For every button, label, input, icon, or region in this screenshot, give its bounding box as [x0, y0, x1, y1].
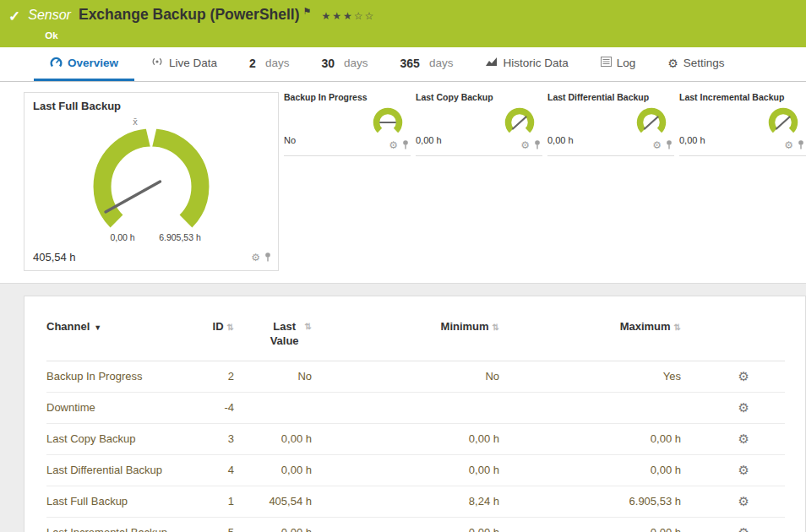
table-row: Last Full Backup 1 405,54 h 8,24 h 6.905…	[46, 486, 785, 517]
tab-historic-data-label: Historic Data	[503, 57, 568, 69]
main-gauge-tile: Last Full Backup x̄ 0,00 h 6.905,53 h 40…	[24, 92, 279, 271]
column-header-id[interactable]: ID⇅	[190, 310, 234, 361]
channel-last-value: No	[234, 361, 312, 392]
sort-desc-icon[interactable]: ▼	[94, 323, 101, 332]
gear-icon[interactable]: ⚙	[251, 252, 260, 263]
column-header-minimum[interactable]: Minimum⇅	[312, 310, 499, 361]
settings-gear-icon: ⚙	[667, 57, 678, 70]
pin-icon[interactable]	[264, 250, 271, 265]
tab-30-days[interactable]: 30 days	[305, 47, 384, 81]
table-row: Last Differential Backup 4 0,00 h 0,00 h…	[46, 454, 785, 486]
channel-settings-icon[interactable]: ⚙	[738, 463, 749, 477]
tab-30-days-number: 30	[321, 57, 335, 70]
channel-id: -4	[190, 392, 234, 423]
channel-maximum: 0,00 h	[499, 423, 681, 454]
gauge-max-label: 6.905,53 h	[159, 232, 201, 242]
gear-icon[interactable]: ⚙	[520, 140, 530, 150]
pin-icon[interactable]	[402, 138, 409, 153]
tab-2-days-unit: days	[265, 57, 290, 69]
gear-icon[interactable]: ⚙	[784, 140, 793, 150]
tab-30-days-unit: days	[344, 57, 368, 69]
channel-settings-icon[interactable]: ⚙	[738, 369, 749, 383]
table-row: Last Copy Backup 3 0,00 h 0,00 h 0,00 h …	[46, 423, 785, 454]
channel-link[interactable]: Last Incremental Backup	[46, 517, 190, 532]
sort-icon[interactable]: ⇅	[493, 323, 499, 332]
channel-last-value: 0,00 h	[234, 423, 312, 454]
small-gauge-value: 0,00 h	[547, 135, 574, 145]
column-header-channel[interactable]: Channel▼	[46, 310, 190, 361]
priority-stars[interactable]: ★★★☆☆	[321, 10, 375, 22]
gear-icon[interactable]: ⚙	[652, 140, 662, 150]
gauge-panel: Last Full Backup x̄ 0,00 h 6.905,53 h 40…	[0, 82, 806, 284]
channel-settings-icon[interactable]: ⚙	[738, 432, 749, 446]
status-text: Ok	[45, 30, 57, 41]
tab-live-data[interactable]: Live Data	[134, 47, 233, 81]
mean-marker-icon: x̄	[133, 117, 138, 127]
historic-data-icon	[485, 57, 498, 69]
channel-id: 1	[190, 486, 234, 517]
tab-settings-label: Settings	[683, 57, 725, 69]
channel-settings-icon[interactable]: ⚙	[738, 494, 749, 508]
channel-link[interactable]: Last Full Backup	[46, 486, 190, 517]
channel-last-value	[234, 392, 312, 423]
channel-link[interactable]: Backup In Progress	[46, 361, 190, 392]
small-gauge-tile: Last Differential Backup 0,00 h ⚙	[547, 92, 674, 156]
tab-365-days-number: 365	[400, 57, 420, 70]
tab-365-days-unit: days	[429, 57, 454, 69]
overview-icon	[50, 57, 63, 70]
table-row: Last Incremental Backup 5 0,00 h 0,00 h …	[46, 517, 785, 532]
channel-minimum: 8,24 h	[312, 486, 499, 517]
live-data-icon	[150, 57, 164, 69]
tab-bar: Overview Live Data 2 days 30 days 365 da…	[0, 47, 806, 82]
tab-settings[interactable]: ⚙ Settings	[651, 47, 740, 81]
column-header-last-value[interactable]: Last Value⇅	[234, 310, 312, 361]
channel-settings-icon[interactable]: ⚙	[738, 525, 749, 532]
tab-overview[interactable]: Overview	[34, 47, 134, 81]
tab-overview-label: Overview	[68, 57, 118, 69]
small-gauge-title: Last Copy Backup	[416, 92, 542, 102]
log-icon	[601, 57, 612, 69]
channel-minimum: 0,00 h	[312, 423, 499, 454]
channel-minimum: No	[312, 361, 499, 392]
tab-historic-data[interactable]: Historic Data	[469, 47, 584, 81]
sort-icon[interactable]: ⇅	[674, 323, 681, 332]
main-gauge-value: 405,54 h	[33, 251, 76, 263]
sort-icon[interactable]: ⇅	[227, 323, 234, 332]
channel-last-value: 0,00 h	[234, 454, 312, 486]
small-gauge-value: No	[284, 135, 296, 145]
tab-365-days[interactable]: 365 days	[384, 47, 470, 81]
small-gauge-tile: Last Copy Backup 0,00 h ⚙	[416, 92, 542, 156]
channel-maximum: 6.905,53 h	[499, 486, 681, 517]
pin-icon[interactable]	[534, 138, 541, 153]
gauge-needle	[106, 182, 161, 212]
small-gauge-tile: Backup In Progress No ⚙	[284, 92, 411, 156]
channel-minimum: 0,00 h	[312, 517, 499, 532]
column-header-maximum[interactable]: Maximum⇅	[499, 310, 681, 361]
channel-last-value: 0,00 h	[234, 517, 312, 532]
table-header-row: Channel▼ ID⇅ Last Value⇅ Minimum⇅ Maximu…	[46, 310, 785, 361]
channel-link[interactable]: Downtime	[46, 392, 190, 423]
flag-icon[interactable]: ⚑	[303, 6, 312, 17]
sort-icon[interactable]: ⇅	[305, 322, 312, 331]
table-row: Downtime -4 ⚙	[46, 392, 785, 423]
small-gauge-value: 0,00 h	[679, 135, 705, 145]
column-header-settings	[681, 310, 785, 361]
tab-2-days-number: 2	[249, 57, 256, 70]
small-gauge-value: 0,00 h	[416, 135, 442, 145]
tab-log-label: Log	[617, 57, 636, 69]
tab-log[interactable]: Log	[585, 47, 652, 81]
channel-link[interactable]: Last Differential Backup	[46, 454, 190, 486]
channel-settings-icon[interactable]: ⚙	[738, 400, 749, 415]
channel-maximum: 0,00 h	[499, 517, 681, 532]
small-gauge-title: Backup In Progress	[284, 92, 411, 102]
gear-icon[interactable]: ⚙	[389, 140, 398, 150]
channel-id: 2	[190, 361, 234, 392]
small-gauge-title: Last Incremental Backup	[679, 92, 806, 102]
pin-icon[interactable]	[798, 138, 804, 153]
channel-maximum: 0,00 h	[499, 454, 681, 486]
channel-link[interactable]: Last Copy Backup	[46, 423, 190, 454]
tab-live-data-label: Live Data	[169, 57, 217, 69]
channel-minimum: 0,00 h	[312, 454, 499, 486]
tab-2-days[interactable]: 2 days	[233, 47, 305, 81]
pin-icon[interactable]	[666, 138, 673, 153]
